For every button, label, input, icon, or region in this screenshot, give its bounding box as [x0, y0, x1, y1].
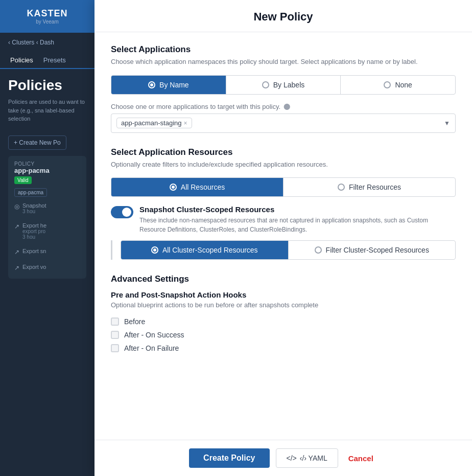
policy-item-snapshot: ◎ Snapshot 3 hou	[14, 200, 80, 216]
snapshot-cluster-toggle-row: Snapshot Cluster-Scoped Resources These …	[111, 205, 456, 234]
yaml-icon: </>	[287, 454, 297, 462]
select-resources-section: Select Application Resources Optionally …	[111, 147, 456, 260]
radio-all-resources-label: All Resources	[181, 183, 225, 191]
radio-by-name-dot	[148, 81, 155, 88]
radio-filter-cluster[interactable]: Filter Cluster-Scoped Resources	[289, 241, 456, 259]
snapshot-label: Snapshot	[22, 202, 46, 209]
cluster-scoped-indent: All Cluster-Scoped Resources Filter Clus…	[111, 240, 456, 260]
snapshot-cluster-toggle[interactable]	[111, 206, 133, 218]
sidebar-section-title: Policies	[0, 69, 95, 98]
advanced-settings-section: Advanced Settings Pre and Post-Snapshot …	[111, 274, 456, 355]
modal-header: New Policy	[95, 0, 472, 32]
new-policy-modal: New Policy Select Applications Choose wh…	[95, 0, 472, 476]
radio-by-labels-dot	[262, 81, 269, 88]
application-selection-radio-group: By Name By Labels None	[111, 75, 456, 95]
hooks-subsection: Pre and Post-Snapshot Action Hooks Optio…	[111, 290, 456, 355]
snapshot-cluster-title: Snapshot Cluster-Scoped Resources	[139, 205, 456, 214]
radio-all-cluster[interactable]: All Cluster-Scoped Resources	[121, 241, 289, 259]
select-applications-title: Select Applications	[111, 44, 456, 55]
app-tag-remove-button[interactable]: ×	[184, 120, 187, 126]
snapshot-cluster-desc: These include non-namespaced resources t…	[139, 216, 456, 234]
app-tag-value: app-pacman-staging	[121, 119, 182, 127]
checkbox-after-success-row: After - On Success	[111, 328, 456, 342]
select-resources-title: Select Application Resources	[111, 147, 456, 157]
policy-card-name: app-pacma	[14, 167, 80, 174]
policy-app-tag: app-pacma	[14, 188, 47, 197]
radio-filter-cluster-label: Filter Cluster-Scoped Resources	[326, 246, 429, 254]
radio-filter-resources-label: Filter Resources	[349, 183, 401, 191]
radio-filter-resources[interactable]: Filter Resources	[284, 178, 455, 196]
radio-by-labels-label: By Labels	[273, 81, 304, 89]
radio-all-cluster-dot	[151, 246, 158, 254]
yaml-button[interactable]: </> ‹/› YAML	[276, 448, 338, 468]
cancel-button[interactable]: Cancel	[344, 449, 377, 468]
policy-card: POLICY app-pacma Valid app-pacma ◎ Snaps…	[8, 156, 86, 279]
sidebar-nav-presets[interactable]: Presets	[41, 52, 68, 68]
radio-by-name-label: By Name	[159, 81, 189, 89]
select-resources-desc: Optionally create filters to include/exc…	[111, 160, 456, 170]
hooks-title: Pre and Post-Snapshot Action Hooks	[111, 290, 456, 299]
policy-item-export3: ↗ Export vo	[14, 262, 80, 274]
snapshot-icon: ◎	[14, 203, 19, 210]
resources-radio-group: All Resources Filter Resources	[111, 177, 456, 197]
radio-all-resources[interactable]: All Resources	[111, 178, 284, 196]
info-icon: ⬤	[284, 103, 290, 110]
checkbox-before-label: Before	[124, 318, 145, 326]
breadcrumb: ‹ Clusters ‹ Dash	[0, 33, 95, 52]
radio-none-dot	[384, 81, 391, 88]
logo-sub: by Veeam	[36, 19, 58, 25]
sidebar-nav-policies[interactable]: Policies	[8, 52, 35, 69]
policy-item-export1: ↗ Export he export pro 3 hou	[14, 220, 80, 242]
checkbox-after-failure-label: After - On Failure	[124, 344, 179, 352]
create-policy-button[interactable]: Create Policy	[189, 448, 269, 468]
snapshot-cluster-content: Snapshot Cluster-Scoped Resources These …	[139, 205, 456, 234]
checkbox-after-success-label: After - On Success	[124, 331, 184, 339]
advanced-settings-title: Advanced Settings	[111, 274, 456, 284]
checkbox-before-row: Before	[111, 315, 456, 328]
radio-all-cluster-label: All Cluster-Scoped Resources	[162, 246, 258, 254]
app-tag: app-pacman-staging ×	[116, 118, 192, 128]
sidebar-nav: Policies Presets	[0, 52, 95, 69]
export3-icon: ↗	[14, 264, 19, 271]
sidebar: KASTEN by Veeam ‹ Clusters ‹ Dash Polici…	[0, 0, 95, 476]
policy-card-badge: Valid	[14, 176, 32, 184]
export2-icon: ↗	[14, 248, 19, 256]
sidebar-section-desc: Policies are used to au want to take (e.…	[0, 98, 95, 131]
export-icon: ↗	[14, 223, 19, 230]
select-applications-section: Select Applications Choose which applica…	[111, 44, 456, 133]
select-applications-desc: Choose which application namespaces this…	[111, 57, 456, 67]
dropdown-arrow-icon: ▼	[444, 120, 450, 127]
export3-label: Export vo	[22, 264, 46, 270]
radio-by-labels[interactable]: By Labels	[226, 76, 341, 94]
checkbox-before[interactable]	[111, 318, 119, 326]
radio-filter-cluster-dot	[315, 246, 322, 254]
hooks-desc: Optional blueprint actions to be run bef…	[111, 301, 456, 309]
create-new-policy-button[interactable]: + Create New Po	[8, 135, 66, 150]
checkbox-after-success[interactable]	[111, 331, 119, 339]
policy-card-label: POLICY	[14, 161, 80, 167]
radio-by-name[interactable]: By Name	[111, 76, 226, 94]
cluster-scoped-radio-group: All Cluster-Scoped Resources Filter Clus…	[121, 240, 456, 260]
radio-none-label: None	[395, 81, 412, 89]
export1-label: Export he	[22, 222, 46, 229]
app-input-label: Choose one or more applications to targe…	[111, 103, 456, 110]
checkbox-after-failure[interactable]	[111, 344, 119, 352]
yaml-label: ‹/› YAML	[300, 454, 327, 462]
checkbox-after-failure-row: After - On Failure	[111, 342, 456, 355]
radio-filter-resources-dot	[338, 184, 345, 191]
modal-footer: Create Policy </> ‹/› YAML Cancel	[95, 440, 472, 476]
radio-none[interactable]: None	[341, 76, 455, 94]
export2-label: Export sn	[22, 248, 46, 254]
application-tag-input[interactable]: app-pacman-staging × ▼	[111, 114, 456, 133]
logo: KASTEN by Veeam	[0, 0, 95, 33]
policy-item-export2: ↗ Export sn	[14, 246, 80, 258]
radio-all-resources-dot	[170, 184, 177, 191]
logo-main: KASTEN	[27, 8, 67, 19]
modal-body: Select Applications Choose which applica…	[95, 32, 472, 440]
modal-title: New Policy	[111, 10, 456, 24]
